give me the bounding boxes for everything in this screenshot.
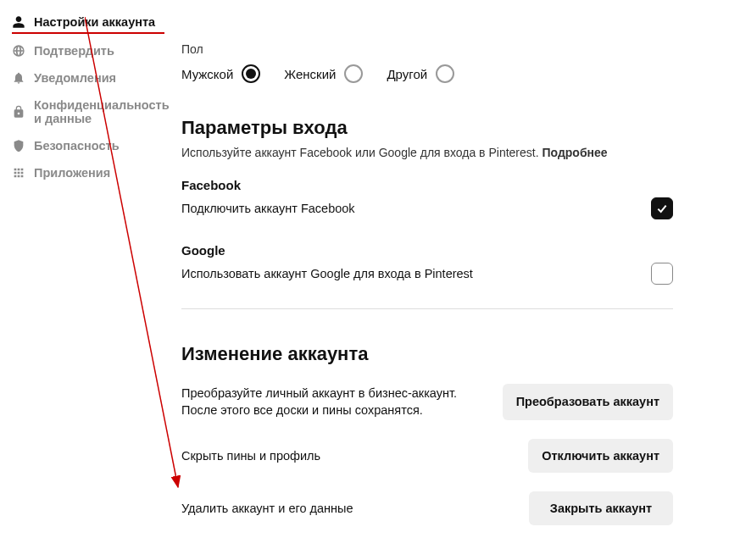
radio-icon [344, 64, 363, 83]
radio-icon [436, 64, 454, 83]
sidebar-item-label: Подтвердить [34, 44, 114, 58]
globe-icon [12, 44, 25, 58]
grid-icon [12, 166, 25, 180]
convert-account-row: Преобразуйте личный аккаунт в бизнес-акк… [181, 384, 673, 420]
gender-option-other[interactable]: Другой [387, 64, 454, 83]
close-account-text: Удалить аккаунт и его данные [181, 500, 512, 517]
close-account-button[interactable]: Закрыть аккаунт [529, 491, 673, 525]
facebook-connect-checkbox[interactable] [651, 197, 673, 219]
sidebar-item-notifications[interactable]: Уведомления [12, 64, 164, 91]
sidebar-item-label: Уведомления [34, 71, 116, 85]
convert-account-text: Преобразуйте личный аккаунт в бизнес-акк… [181, 385, 486, 419]
radio-option-label: Женский [284, 67, 336, 81]
sidebar-item-privacy[interactable]: Конфиденциальность и данные [12, 91, 164, 132]
convert-account-button[interactable]: Преобразовать аккаунт [503, 384, 673, 420]
sidebar-item-label: Безопасность [34, 139, 120, 152]
shield-icon [12, 139, 25, 152]
radio-option-label: Мужской [181, 67, 233, 81]
provider-name: Google [181, 243, 673, 258]
sidebar-item-label: Приложения [34, 166, 110, 180]
gender-option-female[interactable]: Женский [284, 64, 363, 83]
sidebar-item-label: Конфиденциальность и данные [34, 98, 170, 125]
checkmark-icon [655, 202, 669, 215]
radio-option-label: Другой [387, 67, 427, 81]
provider-name: Facebook [181, 178, 673, 192]
provider-google: Google Использовать аккаунт Google для в… [181, 243, 673, 285]
gender-label: Пол [181, 42, 673, 56]
provider-facebook: Facebook Подключить аккаунт Facebook [181, 178, 673, 219]
divider [181, 308, 673, 309]
sidebar-item-apps[interactable]: Приложения [12, 159, 164, 186]
gender-option-male[interactable]: Мужской [181, 64, 260, 83]
login-section-subtitle: Используйте аккаунт Facebook или Google … [181, 146, 673, 159]
radio-icon [242, 64, 260, 83]
gender-radio-group: Мужской Женский Другой [181, 64, 673, 83]
login-section-title: Параметры входа [181, 117, 673, 139]
login-learn-more-link[interactable]: Подробнее [542, 146, 607, 159]
sidebar: Настройки аккаунта Подтвердить Уведомлен… [12, 8, 164, 544]
provider-desc: Использовать аккаунт Google для входа в … [181, 267, 473, 280]
main-content: Пол Мужской Женский Другой Параметры вхо… [164, 8, 707, 544]
sidebar-item-confirm[interactable]: Подтвердить [12, 37, 164, 64]
provider-desc: Подключить аккаунт Facebook [181, 202, 355, 215]
deactivate-account-row: Скрыть пины и профиль Отключить аккаунт [181, 439, 673, 473]
account-change-title: Изменение аккаунта [181, 343, 673, 365]
sidebar-item-security[interactable]: Безопасность [12, 132, 164, 159]
close-account-row: Удалить аккаунт и его данные Закрыть акк… [181, 491, 673, 525]
person-icon [12, 15, 25, 29]
lock-icon [12, 105, 25, 119]
deactivate-account-button[interactable]: Отключить аккаунт [528, 439, 673, 473]
bell-icon [12, 71, 25, 85]
sidebar-item-label: Настройки аккаунта [34, 15, 155, 29]
deactivate-account-text: Скрыть пины и профиль [181, 447, 511, 464]
login-subtitle-text: Используйте аккаунт Facebook или Google … [181, 146, 542, 159]
google-connect-checkbox[interactable] [651, 263, 673, 285]
sidebar-item-account-settings[interactable]: Настройки аккаунта [12, 8, 164, 34]
